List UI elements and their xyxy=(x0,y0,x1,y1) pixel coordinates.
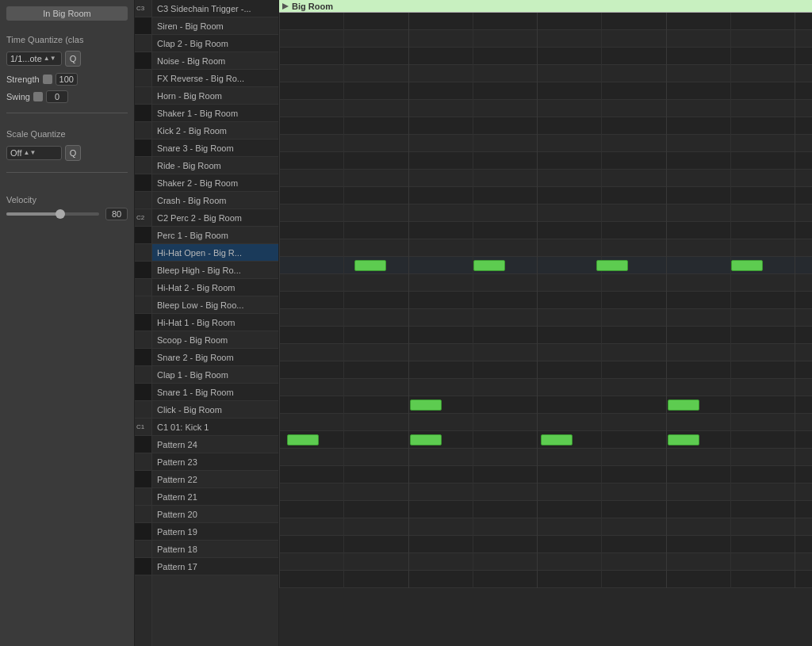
track-name-17[interactable]: Bleep Low - Big Roo... xyxy=(152,296,278,314)
track-name-1[interactable]: Siren - Big Room xyxy=(152,17,278,35)
note-block-14-0[interactable] xyxy=(354,260,386,271)
grid-row-16[interactable] xyxy=(279,292,812,309)
grid-row-23[interactable] xyxy=(279,414,812,431)
piano-key-19[interactable] xyxy=(135,331,151,349)
track-name-3[interactable]: Noise - Big Room xyxy=(152,52,278,70)
piano-key-21[interactable] xyxy=(135,366,151,384)
track-name-14[interactable]: Hi-Hat Open - Big R... xyxy=(152,244,278,262)
note-block-22-0[interactable] xyxy=(410,399,442,411)
grid-row-14[interactable] xyxy=(279,257,812,274)
note-block-24-0[interactable] xyxy=(287,434,319,445)
grid-row-13[interactable] xyxy=(279,239,812,257)
track-name-22[interactable]: Snare 1 - Big Room xyxy=(152,384,278,401)
grid-row-4[interactable] xyxy=(279,82,812,100)
piano-key-3[interactable] xyxy=(135,52,151,70)
strength-slider[interactable] xyxy=(43,75,52,84)
piano-key-28[interactable] xyxy=(135,488,151,506)
grid-row-6[interactable] xyxy=(279,117,812,135)
piano-key-32[interactable] xyxy=(135,558,151,575)
piano-key-15[interactable] xyxy=(135,262,151,279)
note-block-14-1[interactable] xyxy=(473,260,505,271)
grid-row-21[interactable] xyxy=(279,379,812,396)
track-name-12[interactable]: C2 Perc 2 - Big Room xyxy=(152,209,278,227)
track-name-4[interactable]: FX Reverse - Big Ro... xyxy=(152,70,278,87)
piano-key-25[interactable] xyxy=(135,436,151,453)
piano-key-17[interactable] xyxy=(135,296,151,314)
track-name-31[interactable]: Pattern 18 xyxy=(152,541,278,558)
grid-row-1[interactable] xyxy=(279,30,812,48)
track-name-26[interactable]: Pattern 23 xyxy=(152,453,278,471)
piano-key-4[interactable] xyxy=(135,70,151,87)
grid-row-17[interactable] xyxy=(279,309,812,327)
note-block-14-2[interactable] xyxy=(596,260,628,271)
note-block-24-1[interactable] xyxy=(410,434,442,445)
track-name-18[interactable]: Hi-Hat 1 - Big Room xyxy=(152,314,278,331)
piano-key-6[interactable] xyxy=(135,105,151,122)
grid-row-12[interactable] xyxy=(279,222,812,239)
piano-key-2[interactable] xyxy=(135,35,151,52)
grid-row-11[interactable] xyxy=(279,205,812,222)
piano-key-13[interactable] xyxy=(135,227,151,244)
grid-row-27[interactable] xyxy=(279,484,812,501)
velocity-slider-thumb[interactable] xyxy=(56,209,65,219)
time-quantize-dropdown[interactable]: 1/1...ote ▲▼ xyxy=(6,52,62,66)
piano-key-7[interactable] xyxy=(135,122,151,140)
piano-key-16[interactable] xyxy=(135,279,151,296)
track-name-6[interactable]: Shaker 1 - Big Room xyxy=(152,105,278,122)
velocity-slider-track[interactable] xyxy=(6,212,99,216)
scale-quantize-q-button[interactable]: Q xyxy=(65,145,81,161)
piano-key-9[interactable] xyxy=(135,157,151,174)
grid-row-31[interactable] xyxy=(279,553,812,571)
grid-row-3[interactable] xyxy=(279,65,812,82)
piano-key-1[interactable] xyxy=(135,17,151,35)
grid-row-10[interactable] xyxy=(279,187,812,205)
grid-row-32[interactable] xyxy=(279,571,812,588)
track-name-30[interactable]: Pattern 19 xyxy=(152,523,278,541)
grid-row-29[interactable] xyxy=(279,518,812,536)
piano-key-26[interactable] xyxy=(135,453,151,471)
track-name-2[interactable]: Clap 2 - Big Room xyxy=(152,35,278,52)
piano-key-24[interactable]: C1 xyxy=(135,419,151,436)
track-name-8[interactable]: Snare 3 - Big Room xyxy=(152,140,278,157)
piano-key-0[interactable]: C3 xyxy=(135,0,151,17)
grid-row-8[interactable] xyxy=(279,152,812,170)
note-block-14-3[interactable] xyxy=(731,260,763,271)
grid-row-18[interactable] xyxy=(279,327,812,344)
piano-key-12[interactable]: C2 xyxy=(135,209,151,227)
grid-row-2[interactable] xyxy=(279,48,812,65)
piano-key-11[interactable] xyxy=(135,192,151,209)
piano-key-5[interactable] xyxy=(135,87,151,105)
grid-row-28[interactable] xyxy=(279,501,812,518)
grid-row-30[interactable] xyxy=(279,536,812,553)
grid-row-7[interactable] xyxy=(279,135,812,152)
piano-key-30[interactable] xyxy=(135,523,151,541)
track-name-32[interactable]: Pattern 17 xyxy=(152,558,278,575)
track-name-9[interactable]: Ride - Big Room xyxy=(152,157,278,174)
piano-key-27[interactable] xyxy=(135,471,151,488)
track-name-25[interactable]: Pattern 24 xyxy=(152,436,278,453)
track-name-24[interactable]: C1 01: Kick 1 xyxy=(152,419,278,436)
grid-row-26[interactable] xyxy=(279,466,812,484)
track-name-15[interactable]: Bleep High - Big Ro... xyxy=(152,262,278,279)
piano-key-23[interactable] xyxy=(135,401,151,419)
piano-roll-grid[interactable]: Big Room xyxy=(279,0,812,646)
grid-row-5[interactable] xyxy=(279,100,812,117)
grid-row-25[interactable] xyxy=(279,449,812,466)
note-block-22-1[interactable] xyxy=(668,399,699,411)
piano-key-29[interactable] xyxy=(135,506,151,523)
grid-row-15[interactable] xyxy=(279,274,812,292)
piano-key-22[interactable] xyxy=(135,384,151,401)
track-name-23[interactable]: Click - Big Room xyxy=(152,401,278,419)
grid-row-24[interactable] xyxy=(279,431,812,449)
time-quantize-q-button[interactable]: Q xyxy=(65,51,81,67)
track-name-11[interactable]: Crash - Big Room xyxy=(152,192,278,209)
piano-key-14[interactable] xyxy=(135,244,151,262)
piano-key-10[interactable] xyxy=(135,174,151,192)
track-name-28[interactable]: Pattern 21 xyxy=(152,488,278,506)
swing-slider[interactable] xyxy=(33,92,43,101)
piano-key-18[interactable] xyxy=(135,314,151,331)
track-name-19[interactable]: Scoop - Big Room xyxy=(152,331,278,349)
grid-row-9[interactable] xyxy=(279,170,812,187)
scale-quantize-dropdown[interactable]: Off ▲▼ xyxy=(6,146,62,160)
track-name-10[interactable]: Shaker 2 - Big Room xyxy=(152,174,278,192)
